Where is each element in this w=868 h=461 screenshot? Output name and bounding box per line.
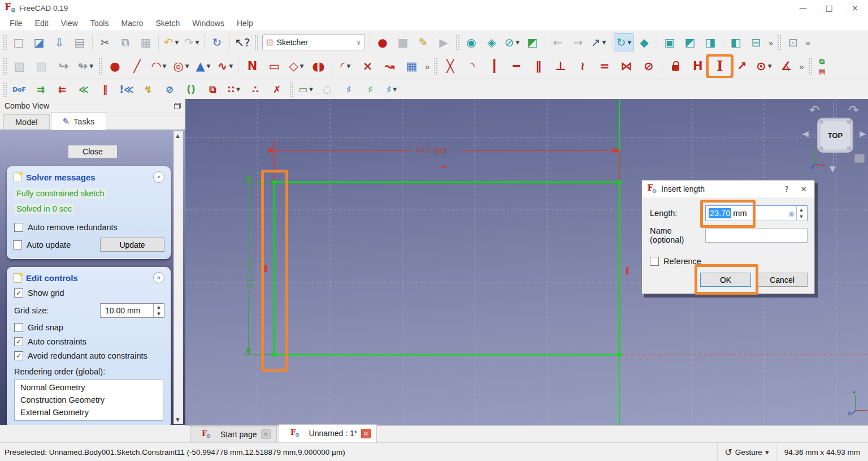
document-tab-start-page[interactable]: F⚙Start page× — [190, 426, 277, 442]
nav-left-icon[interactable]: ◀ — [802, 129, 809, 138]
macro-stop-button[interactable]: ■ — [393, 33, 413, 51]
constrain-vertical-button[interactable]: ┃ — [483, 57, 505, 76]
constrain-perpendicular-button[interactable]: ⊥ — [549, 57, 571, 76]
menu-windows[interactable]: Windows — [186, 16, 231, 30]
document-tab-unnamed-1[interactable]: F⚙Unnamed : 1*× — [279, 424, 377, 442]
sketcher-copy-tool-button[interactable]: ⧉ — [814, 57, 831, 66]
create-rectangle-button[interactable]: ▭ — [263, 57, 285, 76]
rendering-order-item[interactable]: Construction Geometry — [15, 394, 163, 406]
sketcher-overflow[interactable]: » — [803, 38, 812, 48]
tab-close-icon[interactable]: × — [261, 429, 271, 439]
paste-button[interactable]: ▦ — [136, 33, 156, 51]
toggle-construction-geometry-button[interactable]: ▭▼ — [295, 81, 316, 98]
dropdown-arrow-icon[interactable]: ▼ — [627, 40, 631, 45]
macro-play-button[interactable]: ▶ — [433, 33, 454, 51]
constraints-overflow[interactable]: » — [797, 62, 806, 71]
toolbar-grip[interactable] — [455, 35, 459, 50]
create-polyline-button[interactable]: N — [241, 57, 263, 76]
dropdown-arrow-icon[interactable]: ▼ — [347, 63, 351, 69]
select-malformed-constraints-button[interactable]: ↯ — [137, 81, 159, 98]
rotate-ccw-icon[interactable]: ↶ — [809, 103, 819, 117]
constrain-equal-button[interactable]: = — [593, 57, 615, 76]
toolbar-grip[interactable] — [808, 58, 812, 74]
constrain-vertical-distance-button[interactable]: I — [709, 57, 731, 76]
close-button[interactable]: × — [842, 0, 868, 16]
geometry-overflow[interactable]: » — [423, 62, 432, 71]
whats-this-button[interactable]: ↖? — [232, 33, 253, 51]
create-part-button[interactable]: ▧ — [8, 57, 31, 76]
dropdown-arrow-icon[interactable]: ▼ — [602, 40, 606, 45]
view-top-button[interactable]: ◩ — [680, 33, 700, 51]
view-overflow[interactable]: » — [766, 38, 775, 48]
select-redundant-constraints-button[interactable]: ‖ — [94, 81, 116, 98]
sketch-section-view-button[interactable]: ⊡ — [783, 33, 803, 51]
clipping-plane-button[interactable]: ⊘▼ — [502, 33, 522, 51]
collapse-edit-controls-button[interactable]: » — [153, 272, 164, 283]
dropdown-arrow-icon[interactable]: ▼ — [768, 63, 772, 69]
sketcher-paste-tool-button[interactable]: ▤ — [814, 67, 831, 76]
external-geometry-button[interactable]: ▦ — [401, 57, 423, 76]
select-elements-with-constraints-button[interactable]: ≪ — [73, 81, 94, 98]
constrain-coincident-button[interactable]: ╳ — [439, 57, 461, 76]
remove-axes-alignment-button[interactable]: ✗ — [266, 81, 288, 98]
grid-snap-row[interactable]: Grid snap — [14, 323, 164, 332]
fit-selection-button[interactable]: ◈ — [481, 33, 502, 51]
rendering-order-item[interactable]: External Geometry — [15, 406, 163, 419]
update-button[interactable]: Update — [100, 238, 164, 252]
view-right-button[interactable]: ◨ — [700, 33, 721, 51]
auto-update-row[interactable]: Auto update — [13, 240, 71, 249]
undo-button[interactable]: ↶▼ — [161, 33, 181, 51]
constrain-point-on-object-button[interactable]: ◝ — [461, 57, 483, 76]
nav-forward-button[interactable]: → — [568, 33, 588, 51]
constrain-horizontal-button[interactable]: ━ — [505, 57, 527, 76]
show-hide-internal-geometry-button[interactable]: ⊘ — [159, 81, 180, 98]
create-bspline-button[interactable]: ∿▼ — [214, 57, 236, 76]
create-point-button[interactable]: ● — [104, 57, 126, 76]
tab-tasks[interactable]: ✎ Tasks — [51, 112, 107, 130]
show-hide-all-constraints-button[interactable]: ♯ — [338, 81, 359, 98]
create-slot-button[interactable]: ◖◗ — [307, 57, 329, 76]
nav-cube-menu-icon[interactable] — [854, 154, 865, 163]
collapse-solver-button[interactable]: » — [153, 171, 164, 183]
make-link-button[interactable]: ↪ — [53, 57, 75, 76]
create-arc-button[interactable]: ◠▼ — [148, 57, 170, 76]
toolbar-grip[interactable] — [433, 58, 437, 74]
maximize-button[interactable]: □ — [816, 0, 842, 16]
constrain-parallel-button[interactable]: ∥ — [527, 57, 549, 76]
deselect-constraints-button[interactable]: ⇇ — [51, 81, 73, 98]
avoid-redundant-checkbox[interactable]: ✓ — [14, 351, 23, 360]
auto-constraints-row[interactable]: ✓ Auto constraints — [14, 337, 164, 346]
dropdown-arrow-icon[interactable]: ▼ — [300, 63, 304, 69]
show-grid-row[interactable]: ✓ Show grid — [14, 288, 164, 298]
panel-float-icon[interactable] — [174, 103, 181, 109]
toolbar-grip[interactable] — [254, 35, 258, 50]
create-line-button[interactable]: ╱ — [126, 57, 148, 76]
constrain-horizontal-distance-button[interactable]: H — [687, 57, 709, 76]
dropdown-arrow-icon[interactable]: ▼ — [229, 63, 233, 69]
cut-button[interactable]: ✂ — [95, 33, 115, 51]
make-sub-link-button[interactable]: ↬▼ — [75, 57, 97, 76]
switch-virtual-space-button[interactable]: ◌ — [316, 81, 338, 98]
dialog-close-icon[interactable]: × — [795, 182, 812, 196]
select-constraints-button[interactable]: ⇉ — [30, 81, 51, 98]
dropdown-arrow-icon[interactable]: ▼ — [236, 87, 240, 92]
menu-macro[interactable]: Macro — [115, 16, 149, 30]
auto-constraints-checkbox[interactable]: ✓ — [14, 337, 23, 346]
menu-help[interactable]: Help — [231, 16, 259, 30]
select-conflicting-constraints-button[interactable]: !≪ — [116, 81, 137, 98]
create-fillet-button[interactable]: ◜▼ — [335, 57, 357, 76]
dropdown-arrow-icon[interactable]: ▼ — [89, 63, 93, 69]
dropdown-arrow-icon[interactable]: ▼ — [207, 63, 211, 69]
tab-close-icon[interactable]: × — [361, 429, 371, 438]
constrain-radius-button[interactable]: ⊙▼ — [753, 57, 775, 76]
minimize-button[interactable]: — — [790, 0, 816, 16]
sketch-rectangle[interactable] — [274, 182, 619, 355]
toolbar-grip[interactable] — [777, 35, 781, 50]
dialog-title-bar[interactable]: F⚙ Insert length ? × — [642, 180, 814, 197]
length-stepper[interactable]: ▲▼ — [796, 206, 806, 220]
view-front-button[interactable]: ▣ — [659, 33, 680, 51]
copy-button[interactable]: ⧉ — [115, 33, 136, 51]
auto-remove-redundants-row[interactable]: Auto remove redundants — [14, 223, 164, 232]
macro-record-button[interactable]: ● — [372, 33, 393, 51]
linked-view-button[interactable]: ↗▼ — [588, 33, 609, 51]
